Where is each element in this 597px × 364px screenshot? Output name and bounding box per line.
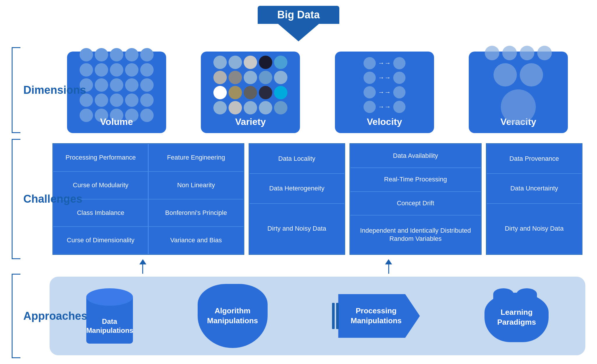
challenge-data-uncertainty: Data Uncertainty xyxy=(487,174,582,203)
dimensions-row: Dimensions xyxy=(12,47,585,133)
var-connector-empty xyxy=(236,259,323,274)
challenges-row: Challenges Processing Performance Curse … xyxy=(12,139,585,259)
var-circle xyxy=(229,56,242,69)
challenge-data-heterogeneity: Data Heterogeneity xyxy=(249,174,345,203)
vol-circle xyxy=(80,63,93,77)
ver-circle-md xyxy=(520,63,543,86)
ver-circle-sm xyxy=(520,46,534,60)
vol-circle xyxy=(110,78,123,92)
variety-icon-area xyxy=(207,56,294,114)
ver-circle-lg xyxy=(501,89,536,124)
veracity-icon-area xyxy=(475,56,562,114)
challenge-curse-dimensionality: Curse of Dimensionality xyxy=(53,227,148,254)
velocity-card: →→ →→ →→ xyxy=(335,52,434,133)
vel-arrow-icon: →→ xyxy=(378,89,391,96)
spacer3 xyxy=(449,259,454,274)
cylinder-container: DataManipulations xyxy=(86,288,133,344)
vol-circle xyxy=(80,109,93,122)
velocity-container: →→ →→ →→ xyxy=(361,54,408,116)
var-circle xyxy=(229,86,242,99)
vol-circle xyxy=(140,93,154,107)
dimensions-label: Dimensions xyxy=(23,84,86,96)
vol-circle xyxy=(80,48,93,61)
var-circle xyxy=(229,71,242,84)
approaches-label: Approaches xyxy=(23,310,87,322)
vel-arrow-icon: →→ xyxy=(378,59,391,67)
velocity-row: →→ xyxy=(364,86,405,98)
var-circle xyxy=(244,101,257,114)
ver-circle-md xyxy=(494,63,517,86)
var-circle xyxy=(259,86,272,99)
vol-circle xyxy=(125,78,138,92)
vol-arrow-head xyxy=(139,259,146,264)
var-circle xyxy=(229,101,242,114)
dimensions-label-area: Dimensions xyxy=(12,47,50,133)
brain-shape: Learning Paradigms xyxy=(484,293,549,342)
challenge-variance-bias: Variance and Bias xyxy=(148,227,243,254)
algorithm-label: Algorithm Manipulations xyxy=(203,306,262,326)
learning-paradigms-item: Learning Paradigms xyxy=(484,287,549,345)
big-data-arrow-shape xyxy=(278,24,319,41)
volume-col2: Feature Engineering Non Linearity Bonfer… xyxy=(148,144,243,254)
big-data-label: Big Data xyxy=(258,6,339,24)
challenges-label: Challenges xyxy=(23,193,82,205)
volume-grid xyxy=(77,45,157,125)
var-circle xyxy=(274,56,287,69)
var-circle xyxy=(274,101,287,114)
dimensions-content: Volume xyxy=(50,47,585,133)
vol-circle xyxy=(140,109,154,122)
vel-connector xyxy=(329,259,449,274)
brain-container: Learning Paradigms xyxy=(484,287,549,345)
vel-arrow-icon: →→ xyxy=(378,74,391,82)
challenge-dirty-noisy-veracity: Dirty and Noisy Data xyxy=(487,204,582,255)
vel-circle xyxy=(393,57,405,69)
var-circle xyxy=(244,86,257,99)
var-circle xyxy=(244,56,257,69)
variety-challenges-group: Data Locality Data Heterogeneity Dirty a… xyxy=(249,143,345,255)
big-data-arrow: Big Data xyxy=(258,6,339,41)
spacer2 xyxy=(323,259,329,274)
vel-circle xyxy=(364,72,376,84)
velocity-icon-area: →→ →→ →→ xyxy=(341,56,428,114)
challenge-feature-engineering: Feature Engineering xyxy=(148,144,243,172)
vol-circle xyxy=(140,63,154,77)
var-circle xyxy=(213,71,227,84)
challenges-label-area: Challenges xyxy=(12,139,50,259)
vol-circle xyxy=(95,78,108,92)
bar2 xyxy=(336,303,339,329)
variety-label: Variety xyxy=(235,116,266,129)
brain-label: Learning Paradigms xyxy=(490,308,543,327)
var-circle xyxy=(213,56,227,69)
challenge-iid-random-variables: Independent and Identically Distributed … xyxy=(350,215,481,254)
vol-circle xyxy=(125,93,138,107)
challenge-data-availability: Data Availability xyxy=(350,144,481,168)
brain-bump-right xyxy=(517,288,537,300)
var-circle xyxy=(274,86,287,99)
var-circle xyxy=(274,71,287,84)
velocity-challenges-group: Data Availability Real-Time Processing C… xyxy=(350,143,482,255)
var-circle xyxy=(259,101,272,114)
vol-circle xyxy=(95,93,108,107)
connectors-area xyxy=(12,259,585,274)
var-circle xyxy=(213,86,227,99)
processing-arrow-shape: Processing Manipulations xyxy=(338,294,420,338)
velocity-row: →→ xyxy=(364,101,405,113)
var-circle xyxy=(259,56,272,69)
cylinder-label: DataManipulations xyxy=(86,317,133,335)
vol-circle xyxy=(110,63,123,77)
challenge-data-locality: Data Locality xyxy=(249,144,345,174)
approaches-content: DataManipulations Algorithm Manipulation… xyxy=(50,277,585,355)
challenge-bonferonni: Bonferonni's Principle xyxy=(148,199,243,227)
var-circle xyxy=(259,71,272,84)
processing-wrapper: Processing Manipulations xyxy=(332,294,420,338)
vol-circle xyxy=(110,48,123,61)
vel-circle xyxy=(364,101,376,113)
vel-circle xyxy=(393,86,405,98)
processing-label: Processing Manipulations xyxy=(344,306,408,326)
cylinder-top xyxy=(86,288,133,306)
vol-circle xyxy=(140,48,154,61)
challenge-dirty-noisy-variety: Dirty and Noisy Data xyxy=(249,204,345,255)
main-container: Big Data Dimensions xyxy=(0,0,597,364)
vol-circle xyxy=(125,48,138,61)
vel-circle xyxy=(393,72,405,84)
